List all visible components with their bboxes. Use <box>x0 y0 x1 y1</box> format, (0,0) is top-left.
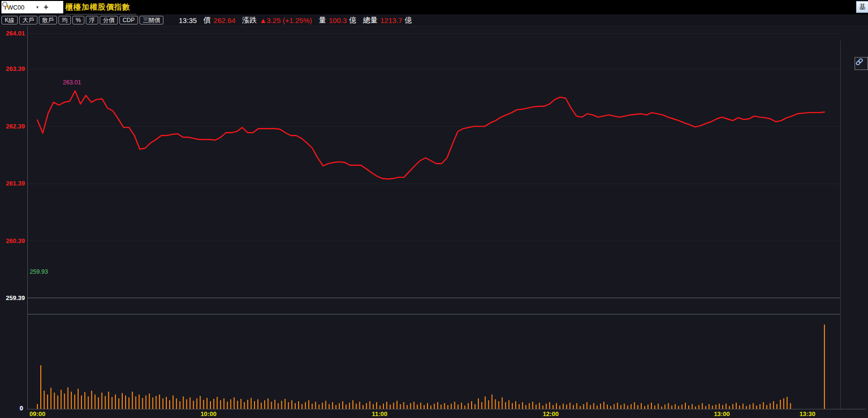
y-axis-label: 263.39 <box>0 66 25 72</box>
volume-bar <box>739 406 740 409</box>
volume-bar <box>719 404 720 409</box>
add-symbol-button[interactable]: + <box>44 1 48 13</box>
volume-bar <box>692 404 693 409</box>
volume-bar <box>352 400 353 409</box>
volume-bar <box>176 398 177 409</box>
volume-bar <box>631 404 632 409</box>
corner-button[interactable]: 基 <box>856 1 868 13</box>
link-button[interactable] <box>855 57 868 70</box>
volume-bar <box>329 404 330 409</box>
toolbar-button[interactable]: CDP <box>119 16 138 24</box>
toolbar-button[interactable]: 分價 <box>100 16 118 24</box>
volume-bar <box>386 402 387 409</box>
y-axis-label: 262.39 <box>0 123 25 130</box>
volume-bar <box>708 404 709 409</box>
volume-bar <box>485 396 486 409</box>
volume-bar <box>702 403 703 409</box>
volume-bar <box>139 395 139 409</box>
volume-bar <box>556 403 557 409</box>
volume-bar <box>553 405 554 409</box>
volume-bar <box>146 395 147 409</box>
volume-bar <box>396 401 397 409</box>
volume-bar <box>156 396 157 409</box>
volume-bar <box>149 394 150 409</box>
volume-bar <box>275 400 276 409</box>
toolbar-button[interactable]: % <box>72 16 84 24</box>
volume-bar <box>607 405 608 409</box>
volume-bar <box>461 403 462 409</box>
volume-bar <box>349 403 350 409</box>
volume-bar <box>295 403 296 409</box>
volume-bar <box>749 405 750 409</box>
volume-bar <box>726 404 727 409</box>
toolbar-button[interactable]: 浮 <box>86 16 98 24</box>
volume-bar <box>512 403 513 409</box>
volume-bar <box>471 401 472 409</box>
volume-bar <box>393 403 394 409</box>
volume-bar <box>179 401 180 409</box>
volume-bar <box>580 406 581 409</box>
volume-bar <box>716 405 717 409</box>
volume-bar <box>468 403 469 409</box>
volume-bar <box>271 402 272 409</box>
x-axis-tick-label: 11:00 <box>372 410 388 418</box>
volume-bar <box>278 403 279 409</box>
volume-bar <box>81 395 82 409</box>
volume-bar <box>98 397 99 409</box>
volume-bar <box>583 404 584 409</box>
volume-bar <box>529 403 530 409</box>
price-line <box>37 91 824 179</box>
volume-bar <box>447 405 448 409</box>
volume-bar <box>105 396 106 409</box>
volume-bar <box>444 403 445 409</box>
symbol-search-box[interactable]: ▼ + <box>1 1 63 13</box>
volume-bar <box>525 405 526 409</box>
toolbar-button[interactable]: K線 <box>1 16 18 24</box>
volume-bar <box>590 405 591 409</box>
volume-bar <box>539 403 540 409</box>
volume-bar <box>44 391 45 409</box>
volume-bar <box>356 404 357 409</box>
intraday-chart[interactable] <box>0 26 868 418</box>
volume-bar <box>515 401 516 409</box>
chevron-down-icon[interactable]: ▼ <box>34 5 41 10</box>
volume-bar <box>122 393 123 409</box>
tab-index-name[interactable]: 櫃檯加權股價指數 <box>65 0 136 14</box>
toolbar-button[interactable]: 大戶 <box>19 16 37 24</box>
volume-bar <box>186 399 187 409</box>
volume-bar <box>787 397 787 409</box>
volume-bar <box>40 365 41 409</box>
volume-bar <box>773 401 774 409</box>
volume-bar <box>183 396 184 409</box>
toolbar-button[interactable]: 散戶 <box>39 16 57 24</box>
volume-bar <box>291 400 292 409</box>
volume-bar <box>200 396 201 409</box>
change-label: 漲跌 <box>242 16 256 25</box>
y-axis-label: 260.39 <box>0 238 25 244</box>
volume-bar <box>227 402 228 409</box>
volume-bar <box>363 405 364 409</box>
volume-bar <box>285 399 286 409</box>
toolbar-button[interactable]: 三關價 <box>139 16 163 24</box>
volume-bar <box>760 404 761 409</box>
toolbar-button[interactable]: 均 <box>58 16 71 24</box>
volume-bar <box>152 397 153 409</box>
volume-bar <box>502 397 503 409</box>
volume-zero-label: 0 <box>20 405 23 412</box>
volume-bar <box>732 404 733 409</box>
volume-bar <box>244 402 245 409</box>
volume-bar <box>264 400 265 409</box>
volume-bar <box>634 402 635 409</box>
volume-bar <box>576 403 577 409</box>
volume-bar <box>190 397 191 409</box>
volume-bar <box>115 395 116 409</box>
volume-bar <box>519 404 520 409</box>
volume-bar <box>410 403 411 409</box>
volume-bar <box>125 395 126 409</box>
volume-bar <box>488 400 489 409</box>
volume-unit: 億 <box>349 16 357 25</box>
volume-bar <box>366 403 367 409</box>
volume-bar <box>661 406 662 409</box>
volume-bar <box>223 398 224 409</box>
volume-bar <box>427 403 428 409</box>
